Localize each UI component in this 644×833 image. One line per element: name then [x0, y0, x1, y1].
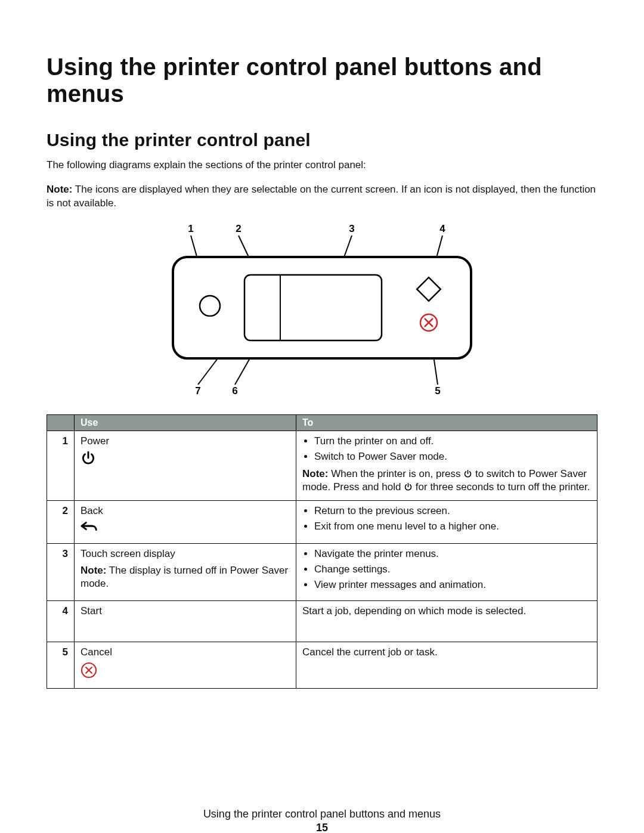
section-title: Using the printer control panel	[47, 130, 597, 151]
list-item: Navigate the printer menus.	[314, 547, 591, 561]
cancel-icon	[80, 662, 290, 682]
callout-1: 1	[188, 223, 193, 234]
table-row: 2 Back Return to the previous screen. Ex…	[47, 500, 597, 543]
back-icon	[80, 520, 290, 537]
use-label: Power	[80, 435, 290, 448]
use-label: Back	[80, 504, 290, 518]
footer-page: 15	[47, 822, 597, 833]
use-label: Touch screen display	[80, 547, 290, 561]
row-use: Cancel	[75, 642, 296, 689]
row-to: Turn the printer on and off. Switch to P…	[296, 431, 597, 500]
th-use: Use	[75, 414, 296, 431]
list-item: Change settings.	[314, 563, 591, 576]
use-label: Start	[80, 605, 290, 618]
note-seg: The display is turned off in Power Saver…	[80, 565, 288, 589]
note-label: Note:	[302, 468, 328, 479]
page-footer: Using the printer control panel buttons …	[47, 808, 597, 833]
table-row: 3 Touch screen display Note: The display…	[47, 543, 597, 600]
callout-3: 3	[349, 223, 354, 234]
row-to: Return to the previous screen. Exit from…	[296, 500, 597, 543]
callout-4: 4	[439, 223, 445, 234]
callout-2: 2	[236, 223, 241, 234]
control-panel-diagram: 1 2 3 4 7 6 5	[47, 221, 597, 398]
touch-screen	[244, 275, 382, 340]
row-use: Touch screen display Note: The display i…	[75, 543, 296, 600]
row-to: Cancel the current job or task.	[296, 642, 597, 689]
note-text: Note: The icons are displayed when they …	[47, 183, 597, 210]
note-label: Note:	[47, 184, 72, 195]
power-icon	[463, 469, 472, 478]
list-item: View printer messages and animation.	[314, 578, 591, 592]
row-use: Back	[75, 500, 296, 543]
use-note: Note: The display is turned off in Power…	[80, 564, 290, 591]
row-to: Start a job, depending on which mode is …	[296, 600, 597, 642]
row-note: Note: When the printer is on, press to s…	[302, 467, 591, 494]
cancel-button	[420, 314, 437, 331]
th-to: To	[296, 414, 597, 431]
page-title: Using the printer control panel buttons …	[47, 54, 597, 107]
note-seg: When the printer is on, press	[328, 468, 463, 479]
callout-5: 5	[435, 385, 440, 397]
table-row: 1 Power Turn the printer on and off. Swi…	[47, 431, 597, 500]
legend-table: Use To 1 Power Turn the printer on and o…	[47, 414, 597, 689]
power-button	[200, 296, 220, 316]
power-icon	[404, 482, 413, 491]
row-num: 3	[47, 543, 75, 600]
th-num	[47, 414, 75, 431]
row-num: 2	[47, 500, 75, 543]
power-icon	[80, 450, 290, 469]
row-use: Start	[75, 600, 296, 642]
note-label: Note:	[80, 565, 106, 576]
table-row: 4 Start Start a job, depending on which …	[47, 600, 597, 642]
row-num: 4	[47, 600, 75, 642]
list-item: Turn the printer on and off.	[314, 435, 591, 448]
note-seg: for three seconds to turn off the printe…	[413, 481, 590, 493]
callout-7: 7	[195, 385, 200, 397]
note-body: The icons are displayed when they are se…	[47, 184, 596, 209]
row-num: 1	[47, 431, 75, 500]
list-item: Exit from one menu level to a higher one…	[314, 520, 591, 533]
list-item: Return to the previous screen.	[314, 504, 591, 518]
intro-text: The following diagrams explain the secti…	[47, 159, 597, 172]
list-item: Switch to Power Saver mode.	[314, 450, 591, 463]
table-row: 5 Cancel Cancel the current job or task.	[47, 642, 597, 689]
row-num: 5	[47, 642, 75, 689]
use-label: Cancel	[80, 646, 290, 659]
callout-6: 6	[232, 385, 237, 397]
row-use: Power	[75, 431, 296, 500]
row-to: Navigate the printer menus. Change setti…	[296, 543, 597, 600]
footer-title: Using the printer control panel buttons …	[47, 808, 597, 820]
